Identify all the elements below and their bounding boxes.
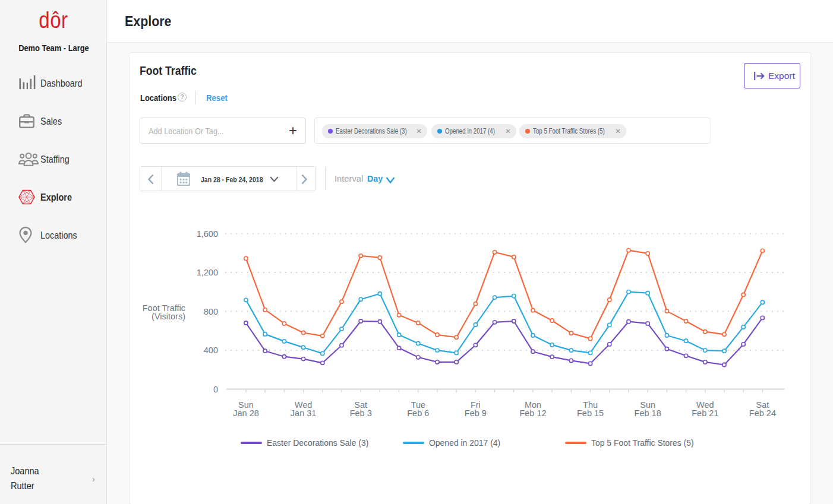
svg-text:800: 800 <box>204 307 218 316</box>
svg-text:Feb 12: Feb 12 <box>519 408 546 418</box>
svg-text:Feb 6: Feb 6 <box>407 408 429 418</box>
svg-text:Feb 21: Feb 21 <box>692 408 718 418</box>
svg-text:Feb 24: Feb 24 <box>749 408 776 418</box>
svg-text:Jan 31: Jan 31 <box>291 408 317 418</box>
svg-text:400: 400 <box>204 345 218 355</box>
svg-text:0: 0 <box>213 385 218 394</box>
svg-text:(Visitors): (Visitors) <box>152 312 185 321</box>
svg-text:Feb 18: Feb 18 <box>635 408 661 418</box>
svg-text:Feb 3: Feb 3 <box>350 408 372 418</box>
svg-text:Jan 28: Jan 28 <box>233 408 259 418</box>
svg-text:1,600: 1,600 <box>197 229 218 239</box>
svg-text:Feb 9: Feb 9 <box>465 408 487 418</box>
svg-text:Feb 15: Feb 15 <box>577 408 604 418</box>
svg-text:1,200: 1,200 <box>197 268 218 277</box>
